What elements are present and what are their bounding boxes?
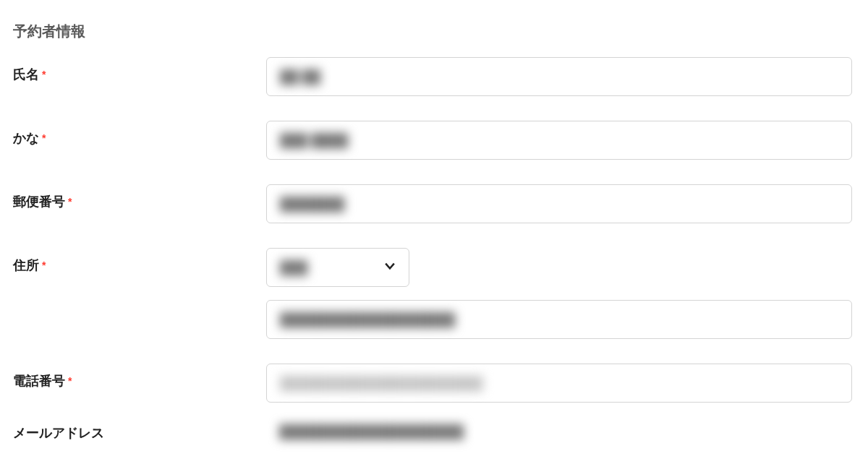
section-title: 予約者情報: [13, 22, 855, 41]
label-kana-text: かな: [13, 129, 39, 147]
label-phone: 電話番号 *: [13, 364, 266, 390]
required-mark: *: [68, 196, 72, 207]
label-phone-text: 電話番号: [13, 372, 65, 390]
label-name: 氏名 *: [13, 57, 266, 83]
postal-input[interactable]: ███████: [266, 184, 852, 223]
label-address: 住所 *: [13, 248, 266, 274]
label-postal-text: 郵便番号: [13, 193, 65, 210]
kana-input[interactable]: ███ ████: [266, 121, 852, 160]
name-value: ██ ██: [280, 69, 320, 85]
address-detail-input[interactable]: ███████████████████: [266, 300, 852, 339]
email-value-container: ████████████████████: [266, 416, 855, 439]
required-mark: *: [42, 259, 46, 271]
name-input[interactable]: ██ ██: [266, 57, 852, 96]
phone-input[interactable]: ██████████████████████: [266, 364, 852, 403]
prefecture-value: ███: [280, 260, 307, 275]
label-email-text: メールアドレス: [13, 424, 104, 442]
label-address-text: 住所: [13, 257, 39, 274]
chevron-down-icon: [383, 259, 397, 277]
row-phone: 電話番号 * ██████████████████████: [13, 364, 855, 403]
prefecture-select[interactable]: ███: [266, 248, 409, 287]
label-name-text: 氏名: [13, 66, 39, 83]
required-mark: *: [42, 132, 46, 144]
kana-value: ███ ████: [280, 133, 348, 148]
label-postal: 郵便番号 *: [13, 184, 266, 210]
address-detail-value: ███████████████████: [280, 312, 455, 327]
label-email: メールアドレス: [13, 416, 266, 442]
row-postal: 郵便番号 * ███████: [13, 184, 855, 223]
required-mark: *: [68, 375, 72, 387]
postal-value: ███████: [280, 197, 344, 212]
label-kana: かな *: [13, 121, 266, 147]
email-value: ████████████████████: [279, 424, 464, 439]
row-address: 住所 * ███ ███████████████████: [13, 248, 855, 339]
row-kana: かな * ███ ████: [13, 121, 855, 160]
phone-value: ██████████████████████: [280, 376, 483, 391]
required-mark: *: [42, 69, 46, 80]
row-email: メールアドレス ████████████████████: [13, 416, 855, 442]
row-name: 氏名 * ██ ██: [13, 57, 855, 96]
